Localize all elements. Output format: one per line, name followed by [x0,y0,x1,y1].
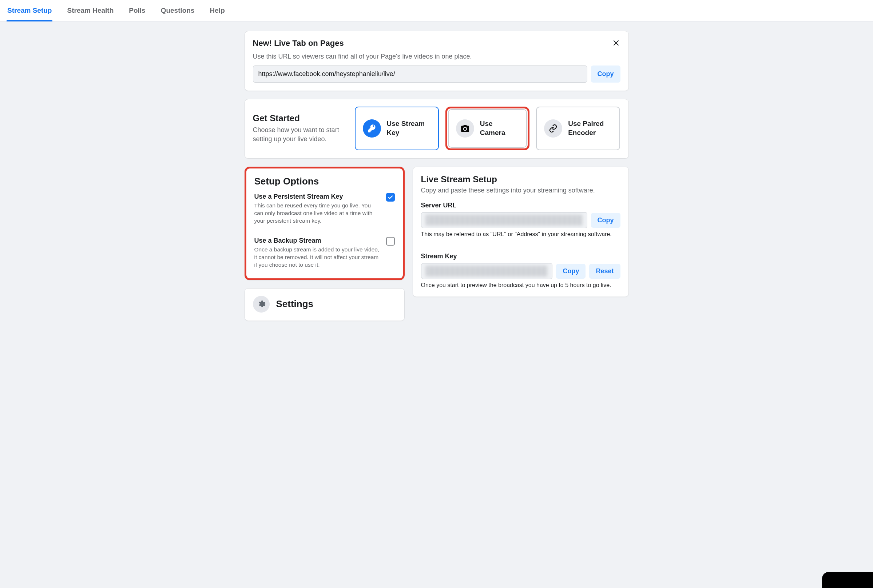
live-url-input[interactable] [253,66,587,82]
live-stream-title: Live Stream Setup [421,174,621,184]
get-started-subtitle: Choose how you want to start setting up … [253,126,348,144]
tab-bar: Stream Setup Stream Health Polls Questio… [0,0,873,21]
option-desc: This can be reused every time you go liv… [254,202,380,225]
highlight-use-camera: Use Camera [446,106,530,150]
copy-url-button[interactable]: Copy [591,66,621,82]
server-url-label: Server URL [421,202,621,209]
copy-server-url-button[interactable]: Copy [591,213,621,228]
reset-stream-key-button[interactable]: Reset [589,264,620,279]
option-use-paired-encoder[interactable]: Use Paired Encoder [536,106,620,150]
option-title: Use a Persistent Stream Key [254,193,380,201]
get-started-title: Get Started [253,113,348,123]
settings-card[interactable]: Settings [244,288,405,321]
persistent-key-checkbox[interactable] [386,193,395,202]
option-label: Use Camera [480,119,519,137]
link-icon [544,119,562,138]
setup-options-title: Setup Options [254,176,395,187]
tab-polls[interactable]: Polls [128,0,146,21]
option-persistent-key: Use a Persistent Stream Key This can be … [254,193,395,225]
live-tab-banner: New! Live Tab on Pages Use this URL so v… [244,31,629,91]
divider [421,245,621,245]
stream-key-hint: Once you start to preview the broadcast … [421,282,621,288]
option-backup-stream: Use a Backup Stream Once a backup stream… [254,231,395,269]
live-stream-setup-card: Live Stream Setup Copy and paste these s… [412,166,629,297]
banner-subtitle: Use this URL so viewers can find all of … [253,53,621,60]
key-icon [363,119,381,138]
copy-stream-key-button[interactable]: Copy [556,264,585,279]
tab-stream-health[interactable]: Stream Health [66,0,114,21]
option-title: Use a Backup Stream [254,237,380,244]
option-label: Use Paired Encoder [568,119,612,137]
option-desc: Once a backup stream is added to your li… [254,246,380,269]
live-stream-subtitle: Copy and paste these settings into your … [421,187,621,194]
setup-options-card: Setup Options Use a Persistent Stream Ke… [244,166,405,280]
server-url-input[interactable] [421,212,587,228]
banner-title: New! Live Tab on Pages [253,39,344,48]
option-label: Use Stream Key [387,119,431,137]
close-icon[interactable] [612,39,621,49]
tab-questions[interactable]: Questions [160,0,195,21]
option-use-stream-key[interactable]: Use Stream Key [355,106,439,150]
option-use-camera[interactable]: Use Camera [448,109,527,148]
server-url-hint: This may be referred to as "URL" or "Add… [421,231,621,238]
tab-help[interactable]: Help [209,0,226,21]
gear-icon [253,296,270,312]
camera-icon [456,119,474,138]
backup-stream-checkbox[interactable] [386,237,395,246]
stream-key-input[interactable] [421,263,553,279]
stream-key-label: Stream Key [421,252,621,260]
get-started-card: Get Started Choose how you want to start… [244,99,629,159]
tab-stream-setup[interactable]: Stream Setup [6,0,52,21]
settings-title: Settings [276,298,314,310]
